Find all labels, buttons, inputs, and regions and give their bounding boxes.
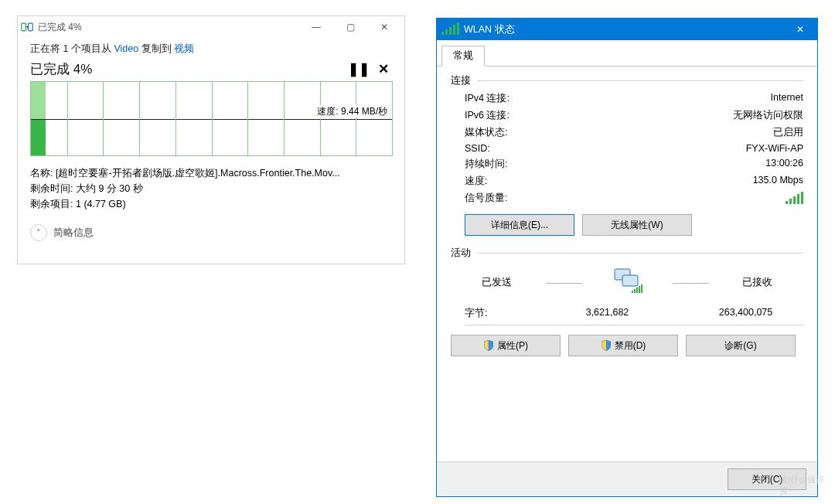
wireless-properties-button[interactable]: 无线属性(W) <box>582 214 692 236</box>
time-remaining: 大约 9 分 30 秒 <box>76 183 143 194</box>
dest-link[interactable]: 视频 <box>174 43 194 54</box>
svg-rect-6 <box>636 288 638 293</box>
close-button[interactable]: ✕ <box>783 19 817 40</box>
signal-quality <box>550 192 803 206</box>
svg-rect-3 <box>622 275 638 286</box>
speed-value: 135.0 Mbps <box>550 175 803 188</box>
network-icon <box>584 266 669 299</box>
media-value: 已启用 <box>550 126 803 139</box>
diagnose-button[interactable]: 诊断(G) <box>686 335 796 356</box>
close-button[interactable]: ✕ <box>367 16 401 38</box>
copy-status: 已完成 4% <box>30 60 92 78</box>
maximize-icon: ▢ <box>346 22 355 32</box>
file-copy-dialog: 已完成 4% — ▢ ✕ 正在将 1 个项目从 Video 复制到 视频 已完成… <box>18 16 404 264</box>
bytes-sent: 3,621,682 <box>550 307 688 320</box>
tabstrip: 常规 <box>437 40 817 66</box>
svg-rect-4 <box>632 291 633 293</box>
source-link[interactable]: Video <box>114 43 138 54</box>
pause-button[interactable]: ❚❚ <box>350 61 367 78</box>
svg-rect-7 <box>639 286 640 293</box>
window-title: 已完成 4% <box>38 21 299 34</box>
close-icon: ✕ <box>796 24 804 35</box>
copy-from-to: 正在将 1 个项目从 Video 复制到 视频 <box>30 43 392 56</box>
sent-label: 已发送 <box>451 276 543 289</box>
wlan-status-window: WLAN 状态 ✕ 常规 连接 IPv4 连接:Internet IPv6 连接… <box>436 18 818 497</box>
signal-icon <box>441 22 459 37</box>
items-remaining: 1 (4.77 GB) <box>76 199 126 209</box>
signal-bars-icon <box>786 192 803 204</box>
cancel-button[interactable]: ✕ <box>375 61 392 78</box>
shield-icon <box>483 340 494 351</box>
properties-button[interactable]: 属性(P) <box>451 335 561 356</box>
received-label: 已接收 <box>711 276 803 289</box>
ipv4-value: Internet <box>550 92 803 105</box>
details-button[interactable]: 详细信息(E)... <box>465 214 574 236</box>
toggle-details[interactable]: ˄ 简略信息 <box>30 224 392 241</box>
bytes-received: 263,400,075 <box>688 307 803 320</box>
copy-details: 名称: [超时空要塞-开拓者剧场版.虚空歌姬].Macross.Frontier… <box>30 165 392 212</box>
speed-chart: 速度: 9.44 MB/秒 <box>30 81 393 156</box>
duration-value: 13:00:26 <box>550 158 803 171</box>
svg-rect-5 <box>634 289 636 293</box>
ipv6-value: 无网络访问权限 <box>550 109 803 122</box>
svg-rect-8 <box>641 284 642 293</box>
connection-group: 连接 IPv4 连接:Internet IPv6 连接:无网络访问权限 媒体状态… <box>451 74 803 236</box>
shield-icon <box>601 340 612 351</box>
activity-group: 活动 已发送 ———— <box>451 247 803 356</box>
tab-general[interactable]: 常规 <box>441 46 485 66</box>
maximize-button[interactable]: ▢ <box>333 16 367 38</box>
svg-rect-1 <box>29 23 33 31</box>
chevron-up-icon: ˄ <box>30 224 47 241</box>
close-icon: ✕ <box>380 22 388 32</box>
disable-button[interactable]: 禁用(D) <box>568 335 678 356</box>
minimize-button[interactable]: — <box>299 16 333 38</box>
svg-rect-0 <box>22 23 26 31</box>
copy-progress-icon <box>21 21 33 33</box>
copy-status-row: 已完成 4% ❚❚ ✕ <box>30 60 392 78</box>
file-name: [超时空要塞-开拓者剧场版.虚空歌姬].Macross.Frontier.The… <box>56 168 340 179</box>
titlebar[interactable]: WLAN 状态 ✕ <box>437 19 817 40</box>
minimize-icon: — <box>312 22 321 32</box>
ssid-value: FYX-WiFi-AP <box>550 143 803 154</box>
dialog-footer: 关闭(C) <box>437 461 817 496</box>
speed-label: 速度: 9.44 MB/秒 <box>315 105 389 118</box>
window-title: WLAN 状态 <box>464 23 783 36</box>
titlebar[interactable]: 已完成 4% — ▢ ✕ <box>18 16 404 38</box>
close-dialog-button[interactable]: 关闭(C) <box>728 468 806 490</box>
